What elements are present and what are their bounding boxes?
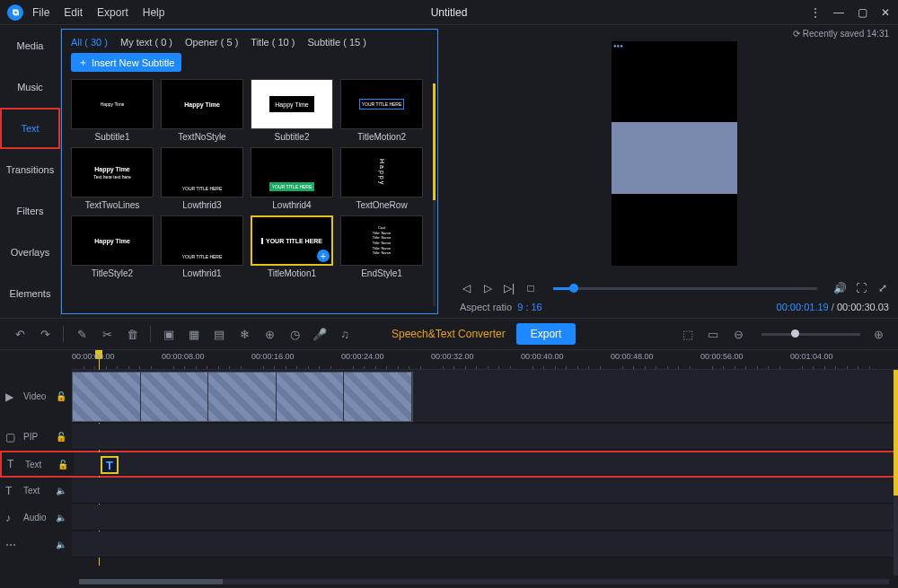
audio-track-icon: ♪ — [5, 512, 18, 524]
timeline-toolbar: ↶ ↷ ✎ ✂ 🗑 ▣ ▦ ▤ ❄ ⊕ ◷ 🎤 ♫ Speech&Text Co… — [0, 318, 898, 350]
close-icon[interactable]: ✕ — [880, 6, 891, 19]
pen-icon[interactable]: ✎ — [75, 327, 89, 341]
lock-icon[interactable]: 🔓 — [56, 432, 66, 442]
app-logo: ⧉ — [7, 4, 23, 21]
asset-titlemotion2[interactable]: YOUR TITLE HERETitleMotion2 — [340, 79, 423, 142]
asset-textonerow[interactable]: HappyTextOneRow — [340, 147, 423, 210]
asset-lowthrid4[interactable]: YOUR TITLE HERELowthrid4 — [251, 147, 333, 210]
volume-icon[interactable]: 🔊 — [833, 282, 846, 294]
speech-text-converter-button[interactable]: Speech&Text Converter — [392, 328, 506, 340]
track-text-2: TText🔈 — [0, 478, 898, 505]
tab-title[interactable]: Title ( 10 ) — [251, 37, 295, 48]
recently-saved-label: Recently saved 14:31 — [793, 29, 889, 39]
voiceover-icon[interactable]: 🎤 — [313, 327, 327, 341]
maximize-icon[interactable]: ▢ — [857, 6, 867, 19]
tab-mytext[interactable]: My text ( 0 ) — [120, 37, 172, 48]
video-track-icon: ▶ — [5, 391, 18, 403]
tab-subtitle[interactable]: Subtitle ( 15 ) — [307, 37, 365, 48]
timeline-h-scrollbar[interactable] — [79, 579, 889, 584]
mute-icon[interactable]: 🔈 — [56, 486, 66, 496]
delete-icon[interactable]: 🗑 — [125, 327, 139, 341]
text-asset-panel: All ( 30 ) My text ( 0 ) Opener ( 5 ) Ti… — [61, 29, 438, 314]
preview-viewport: ●●● — [612, 41, 737, 266]
marker-icon[interactable]: ⬚ — [681, 327, 695, 341]
next-frame-icon[interactable]: ▷| — [503, 282, 515, 294]
zoom-slider[interactable] — [762, 333, 860, 336]
fullscreen-icon[interactable]: ⤢ — [876, 282, 889, 294]
mute-icon[interactable]: 🔈 — [56, 540, 66, 549]
asset-titlestyle2[interactable]: Happy TimeTitleStyle2 — [71, 215, 154, 278]
kebab-icon[interactable]: ⋮ — [810, 6, 821, 19]
freeze-icon[interactable]: ❄ — [237, 327, 251, 341]
asset-subtitle1[interactable]: Happy TimeSubtitle1 — [71, 79, 154, 142]
time-total: 00:00:30.03 — [837, 302, 889, 312]
pip-track-icon: ▢ — [5, 431, 18, 443]
asset-titlemotion1[interactable]: YOUR TITLE HERE+TitleMotion1 — [251, 215, 333, 278]
zoom-tool-icon[interactable]: ⊕ — [262, 327, 277, 341]
undo-icon[interactable]: ↶ — [13, 327, 27, 341]
snapshot-icon[interactable]: ⛶ — [855, 282, 867, 294]
nav-media[interactable]: Media — [0, 25, 60, 66]
mosaic-icon[interactable]: ▦ — [187, 327, 201, 341]
time-ruler[interactable]: 00:00:00.0000:00:08.0000:00:16.0000:00:2… — [72, 350, 898, 370]
nav-transitions[interactable]: Transitions — [0, 149, 60, 190]
track-pip: ▢PIP🔓 — [0, 424, 898, 451]
asset-scrollbar[interactable] — [433, 83, 436, 306]
lock-icon[interactable]: 🔓 — [57, 460, 68, 470]
insert-subtitle-button[interactable]: ＋ Insert New Subtitle — [71, 53, 181, 72]
preview-seek-slider[interactable] — [553, 287, 817, 290]
text-clip[interactable]: T — [101, 456, 119, 474]
menu-help[interactable]: Help — [143, 6, 165, 19]
lock-icon[interactable]: 🔓 — [56, 391, 66, 401]
timeline-v-scrollbar[interactable] — [894, 370, 898, 575]
text-track-icon: T — [7, 458, 20, 470]
mute-icon[interactable]: 🔈 — [56, 513, 66, 522]
nav-text[interactable]: Text — [0, 108, 60, 149]
preview-controls: ◁ ▷ ▷| □ 🔊 ⛶ ⤢ — [460, 276, 889, 300]
add-asset-icon[interactable]: + — [317, 250, 330, 262]
nav-music[interactable]: Music — [0, 66, 60, 108]
asset-texttwolines[interactable]: Happy TimeText here text hereTextTwoLine… — [71, 147, 154, 210]
stop-icon[interactable]: □ — [524, 282, 537, 294]
window-title: Untitled — [431, 6, 468, 19]
menu-edit[interactable]: Edit — [64, 6, 83, 19]
side-nav: Media Music Text Transitions Filters Ove… — [0, 25, 61, 318]
plus-icon: ＋ — [78, 56, 88, 69]
asset-subtitle2[interactable]: Happy TimeSubtitle2 — [251, 79, 333, 142]
nav-elements[interactable]: Elements — [0, 273, 60, 314]
audio-detach-icon[interactable]: ♫ — [338, 327, 352, 341]
play-icon[interactable]: ▷ — [481, 282, 494, 294]
titlebar: ⧉ File Edit Export Help Untitled ⋮ — ▢ ✕ — [0, 0, 898, 25]
preview-panel: Recently saved 14:31 ●●● ◁ ▷ ▷| □ 🔊 ⛶ ⤢ … — [438, 25, 898, 318]
zoom-in-icon[interactable]: ⊕ — [871, 327, 885, 341]
cut-icon[interactable]: ✂ — [100, 327, 114, 341]
snapshot-tool-icon[interactable]: ▤ — [212, 327, 226, 341]
track-extra: ⋯🔈 — [0, 531, 898, 558]
track-audio: ♪Audio🔈 — [0, 505, 898, 531]
asset-textnostyle[interactable]: Happy TimeTextNoStyle — [161, 79, 243, 142]
aspect-label: Aspect ratio — [460, 302, 512, 312]
asset-lowthrid3[interactable]: YOUR TITLE HERELowthrid3 — [161, 147, 243, 210]
redo-icon[interactable]: ↷ — [38, 327, 52, 341]
tab-all[interactable]: All ( 30 ) — [71, 37, 108, 48]
zoom-out-icon[interactable]: ⊖ — [731, 327, 745, 341]
video-clip[interactable]: 20211115_13261 .gif — [72, 372, 413, 422]
minimize-icon[interactable]: — — [833, 6, 844, 19]
track-text-1: TText🔓 T — [0, 451, 898, 478]
duration-icon[interactable]: ◷ — [287, 327, 302, 341]
asset-lowthrid1[interactable]: YOUR TITLE HERELowthrid1 — [161, 215, 243, 278]
asset-endstyle1[interactable]: CastTitle: NameTitle: NameTitle: NameTit… — [340, 215, 423, 278]
text-track-icon: T — [5, 485, 18, 497]
asset-tabs: All ( 30 ) My text ( 0 ) Opener ( 5 ) Ti… — [67, 35, 437, 53]
menu-export[interactable]: Export — [97, 6, 128, 19]
aspect-value[interactable]: 9 : 16 — [517, 302, 542, 312]
prev-frame-icon[interactable]: ◁ — [460, 282, 472, 294]
crop-icon[interactable]: ▣ — [162, 327, 176, 341]
time-current: 00:00:01.19 — [777, 302, 829, 312]
nav-overlays[interactable]: Overlays — [0, 232, 60, 273]
menu-file[interactable]: File — [32, 6, 49, 19]
tab-opener[interactable]: Opener ( 5 ) — [185, 37, 238, 48]
track-manage-icon[interactable]: ▭ — [706, 327, 720, 341]
nav-filters[interactable]: Filters — [0, 190, 60, 232]
export-button[interactable]: Export — [516, 323, 577, 345]
